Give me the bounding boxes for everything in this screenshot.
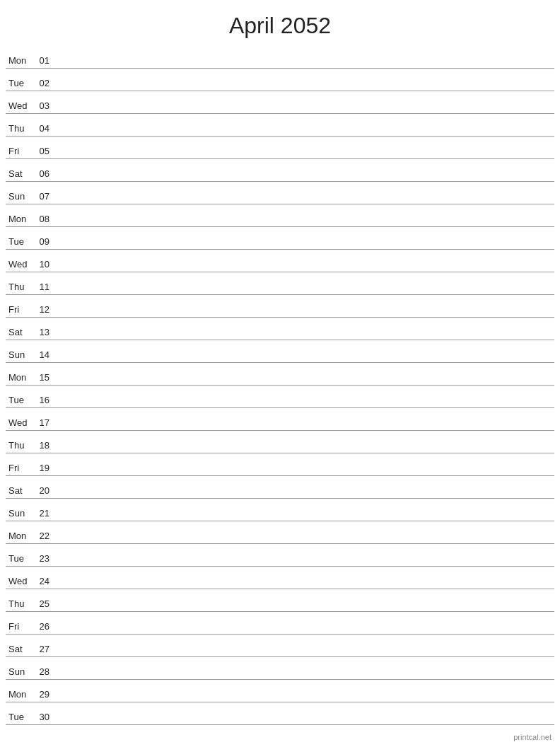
day-name: Fri	[6, 621, 33, 632]
day-row: Wed10	[6, 250, 554, 272]
day-number: 16	[33, 395, 52, 406]
day-row: Sat27	[6, 635, 554, 657]
day-row: Mon01	[6, 46, 554, 69]
day-number: 06	[33, 168, 52, 180]
day-number: 30	[33, 712, 52, 723]
day-name: Thu	[6, 440, 33, 451]
day-row: Sun28	[6, 657, 554, 680]
day-row: Thu18	[6, 431, 554, 453]
day-row: Sat06	[6, 159, 554, 182]
day-row: Fri26	[6, 612, 554, 635]
day-row: Tue09	[6, 227, 554, 250]
day-number: 29	[33, 689, 52, 700]
day-row: Fri12	[6, 295, 554, 318]
day-name: Tue	[6, 78, 33, 89]
day-number: 19	[33, 463, 52, 474]
day-row: Wed24	[6, 567, 554, 589]
day-name: Wed	[6, 100, 33, 112]
day-name: Tue	[6, 236, 33, 248]
day-row: Tue23	[6, 544, 554, 567]
day-number: 11	[33, 282, 52, 293]
day-name: Tue	[6, 553, 33, 564]
day-number: 28	[33, 666, 52, 678]
day-number: 04	[33, 123, 52, 134]
day-number: 01	[33, 55, 52, 66]
day-number: 02	[33, 78, 52, 89]
day-row: Sun21	[6, 499, 554, 521]
day-name: Tue	[6, 712, 33, 723]
day-number: 21	[33, 508, 52, 519]
day-name: Tue	[6, 395, 33, 406]
day-row: Mon22	[6, 521, 554, 544]
day-number: 09	[33, 236, 52, 248]
day-name: Sun	[6, 666, 33, 678]
day-name: Sat	[6, 168, 33, 180]
day-name: Mon	[6, 55, 33, 66]
day-name: Mon	[6, 689, 33, 700]
day-number: 20	[33, 485, 52, 497]
day-row: Sun14	[6, 340, 554, 363]
day-name: Thu	[6, 282, 33, 293]
day-number: 07	[33, 191, 52, 202]
day-row: Mon08	[6, 204, 554, 227]
day-row: Sat20	[6, 476, 554, 499]
day-number: 12	[33, 304, 52, 315]
day-name: Thu	[6, 123, 33, 134]
day-row: Thu04	[6, 114, 554, 137]
day-row: Thu25	[6, 589, 554, 612]
day-name: Sat	[6, 644, 33, 655]
day-number: 13	[33, 327, 52, 338]
day-number: 15	[33, 372, 52, 383]
day-name: Sat	[6, 327, 33, 338]
day-row: Tue30	[6, 702, 554, 725]
day-name: Thu	[6, 598, 33, 610]
day-row: Mon15	[6, 363, 554, 386]
day-name: Wed	[6, 576, 33, 587]
day-row: Fri19	[6, 453, 554, 476]
day-row: Fri05	[6, 137, 554, 159]
day-name: Mon	[6, 214, 33, 225]
day-name: Sun	[6, 191, 33, 202]
day-name: Wed	[6, 417, 33, 429]
day-number: 18	[33, 440, 52, 451]
page-title: April 2052	[0, 0, 560, 46]
day-number: 03	[33, 100, 52, 112]
day-name: Mon	[6, 372, 33, 383]
day-number: 27	[33, 644, 52, 655]
day-row: Sun07	[6, 182, 554, 204]
day-number: 14	[33, 349, 52, 361]
day-row: Thu11	[6, 272, 554, 295]
day-number: 10	[33, 259, 52, 270]
day-row: Wed17	[6, 408, 554, 431]
day-number: 25	[33, 598, 52, 610]
day-name: Sat	[6, 485, 33, 497]
day-number: 23	[33, 553, 52, 564]
day-number: 17	[33, 417, 52, 429]
day-name: Fri	[6, 463, 33, 474]
day-row: Sat13	[6, 318, 554, 340]
day-row: Tue16	[6, 386, 554, 408]
day-row: Mon29	[6, 680, 554, 702]
day-name: Wed	[6, 259, 33, 270]
calendar-list: Mon01Tue02Wed03Thu04Fri05Sat06Sun07Mon08…	[0, 46, 560, 725]
day-name: Sun	[6, 349, 33, 361]
day-number: 26	[33, 621, 52, 632]
day-number: 08	[33, 214, 52, 225]
day-number: 24	[33, 576, 52, 587]
day-number: 22	[33, 531, 52, 542]
day-name: Sun	[6, 508, 33, 519]
day-name: Mon	[6, 531, 33, 542]
day-number: 05	[33, 146, 52, 157]
day-name: Fri	[6, 304, 33, 315]
day-name: Fri	[6, 146, 33, 157]
day-row: Wed03	[6, 91, 554, 114]
watermark: printcal.net	[513, 733, 552, 741]
day-row: Tue02	[6, 69, 554, 91]
